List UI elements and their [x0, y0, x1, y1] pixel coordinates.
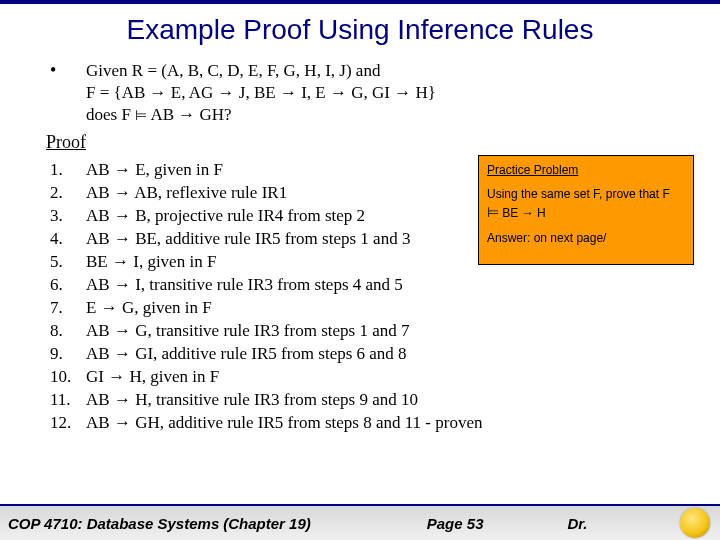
proof-step: 12.AB → GH, additive rule IR5 from steps…: [50, 412, 686, 435]
proof-step-text: AB → E, given in F: [86, 159, 223, 182]
footer-author: Dr.: [567, 515, 587, 532]
given-text: Given R = (A, B, C, D, E, F, G, H, I, J)…: [86, 60, 436, 126]
proof-heading: Proof: [46, 132, 686, 153]
callout-line2: Answer: on next page/: [487, 230, 685, 246]
callout-line1: Using the same set F, prove that F ⊨ BE …: [487, 186, 685, 221]
proof-step-number: 6.: [50, 274, 86, 297]
proof-step: 7.E → G, given in F: [50, 297, 686, 320]
slide-title: Example Proof Using Inference Rules: [0, 14, 720, 46]
proof-step: 9.AB → GI, additive rule IR5 from steps …: [50, 343, 686, 366]
proof-step-text: AB → BE, additive rule IR5 from steps 1 …: [86, 228, 410, 251]
proof-step-number: 3.: [50, 205, 86, 228]
proof-step-text: GI → H, given in F: [86, 366, 219, 389]
footer-chapter: (Chapter 19): [223, 515, 311, 532]
proof-step-text: E → G, given in F: [86, 297, 212, 320]
proof-area: 1.AB → E, given in F2.AB → AB, reflexive…: [50, 159, 686, 434]
footer-course: COP 4710: Database Systems: [8, 515, 219, 532]
proof-step-text: AB → G, transitive rule IR3 from steps 1…: [86, 320, 409, 343]
proof-step-text: AB → I, transitive rule IR3 from steps 4…: [86, 274, 403, 297]
proof-step-number: 2.: [50, 182, 86, 205]
proof-step-number: 1.: [50, 159, 86, 182]
given-line2: F = {AB → E, AG → J, BE → I, E → G, GI →…: [86, 82, 436, 104]
practice-callout: Practice Problem Using the same set F, p…: [478, 155, 694, 264]
proof-step-number: 4.: [50, 228, 86, 251]
proof-step: 10.GI → H, given in F: [50, 366, 686, 389]
bullet-icon: •: [50, 60, 86, 126]
given-block: • Given R = (A, B, C, D, E, F, G, H, I, …: [50, 60, 686, 126]
proof-step-text: AB → GH, additive rule IR5 from steps 8 …: [86, 412, 482, 435]
top-divider: [0, 0, 720, 4]
given-line3: does F ⊨ AB → GH?: [86, 104, 436, 126]
proof-step-text: AB → B, projective rule IR4 from step 2: [86, 205, 365, 228]
proof-step-text: AB → H, transitive rule IR3 from steps 9…: [86, 389, 418, 412]
proof-step-number: 5.: [50, 251, 86, 274]
proof-step-number: 11.: [50, 389, 86, 412]
callout-title: Practice Problem: [487, 163, 578, 177]
footer-bar: COP 4710: Database Systems (Chapter 19) …: [0, 504, 720, 540]
proof-step-number: 7.: [50, 297, 86, 320]
proof-step-text: AB → GI, additive rule IR5 from steps 6 …: [86, 343, 407, 366]
proof-step: 11.AB → H, transitive rule IR3 from step…: [50, 389, 686, 412]
footer-page: Page 53: [427, 515, 484, 532]
proof-step-number: 12.: [50, 412, 86, 435]
ucf-logo-icon: [680, 508, 710, 538]
given-line1: Given R = (A, B, C, D, E, F, G, H, I, J)…: [86, 60, 436, 82]
proof-step-text: BE → I, given in F: [86, 251, 216, 274]
proof-step-number: 8.: [50, 320, 86, 343]
proof-step-number: 10.: [50, 366, 86, 389]
proof-step-number: 9.: [50, 343, 86, 366]
slide-content: • Given R = (A, B, C, D, E, F, G, H, I, …: [0, 60, 720, 435]
proof-step: 6.AB → I, transitive rule IR3 from steps…: [50, 274, 686, 297]
proof-step: 8.AB → G, transitive rule IR3 from steps…: [50, 320, 686, 343]
proof-step-text: AB → AB, reflexive rule IR1: [86, 182, 287, 205]
